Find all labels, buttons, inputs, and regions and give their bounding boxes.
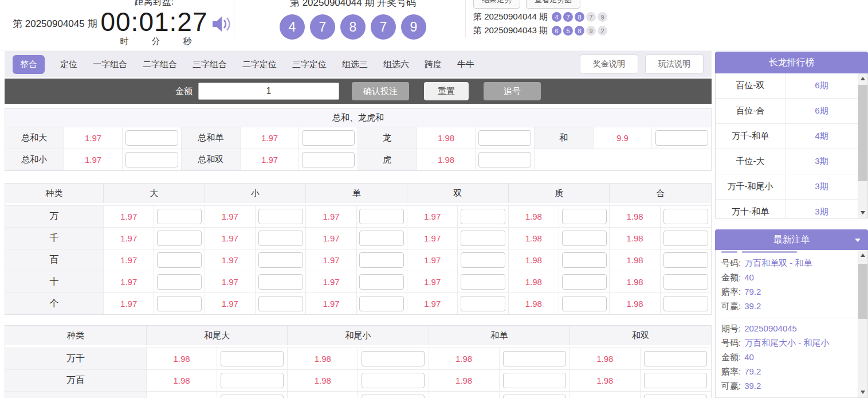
bet-input[interactable] <box>503 373 566 388</box>
bet-input[interactable] <box>663 274 708 290</box>
scrollbar-up-icon[interactable] <box>858 250 867 260</box>
bet-input[interactable] <box>461 209 505 224</box>
confirm-bet-button[interactable]: 确认投注 <box>352 82 409 100</box>
top-header: 第 20250904045 期 距离封盘: 00:01:27 时分秒 第 202… <box>0 0 868 50</box>
chevron-down-icon[interactable] <box>855 239 861 242</box>
odds-value: 1.97 <box>407 292 458 314</box>
bet-input-cell <box>256 205 306 227</box>
bet-toolbar: 金额 确认投注 重置 追号 <box>5 79 712 104</box>
odds-value: 1.97 <box>205 205 256 227</box>
bet-input[interactable] <box>157 274 202 290</box>
bet-input[interactable] <box>359 231 404 246</box>
dragon-rank-name: 万千-和尾小 <box>716 174 785 199</box>
tab-6[interactable]: 三字定位 <box>292 59 327 70</box>
bet-input[interactable] <box>644 373 707 388</box>
bet-input[interactable] <box>221 395 284 398</box>
bet-input[interactable] <box>655 130 708 146</box>
chase-number-button[interactable]: 追号 <box>484 82 541 100</box>
bet-input[interactable] <box>461 231 505 246</box>
bet-input[interactable] <box>362 395 425 398</box>
bet-input-cell <box>256 227 306 249</box>
bet-input[interactable] <box>125 130 178 146</box>
bet-input[interactable] <box>302 152 355 167</box>
bet-input[interactable] <box>644 351 707 366</box>
tab-9[interactable]: 跨度 <box>425 59 442 70</box>
bet-input[interactable] <box>461 296 505 311</box>
bet-input[interactable] <box>461 274 505 290</box>
dragon-rank-streak: 6期 <box>785 99 867 123</box>
tab-1[interactable]: 定位 <box>60 59 77 70</box>
bet-input[interactable] <box>258 296 303 311</box>
trend-button[interactable]: 结果走势 <box>473 0 520 9</box>
scrollbar-down-icon[interactable] <box>858 208 867 218</box>
column-header: 种类 <box>5 184 104 203</box>
order-field-value: 79.2 <box>744 287 761 296</box>
bet-input[interactable] <box>562 209 607 224</box>
bet-input[interactable] <box>503 351 566 366</box>
bet-input[interactable] <box>359 296 404 311</box>
bet-input-cell <box>500 369 570 391</box>
bet-input-cell <box>154 271 205 292</box>
bet-input[interactable] <box>478 130 531 146</box>
bet-input[interactable] <box>562 274 607 290</box>
draw-title: 第 20250904044 期 开奖号码 <box>241 0 465 9</box>
bet-input[interactable] <box>359 252 404 268</box>
bet-input[interactable] <box>359 274 404 290</box>
orders-scrollbar[interactable] <box>858 250 867 397</box>
bet-input[interactable] <box>157 252 202 268</box>
tab-3[interactable]: 二字组合 <box>143 59 177 70</box>
speaker-icon[interactable] <box>211 15 232 36</box>
bet-input[interactable] <box>503 395 566 398</box>
bet-input[interactable] <box>644 395 707 398</box>
bet-input[interactable] <box>157 296 202 311</box>
bet-input[interactable] <box>359 209 404 224</box>
bet-input[interactable] <box>663 296 708 311</box>
scrollbar-down-icon[interactable] <box>858 387 867 397</box>
tab-7[interactable]: 组选三 <box>342 59 368 70</box>
bet-input[interactable] <box>461 252 505 268</box>
order-field-row: 金额:40 <box>721 270 856 284</box>
tab-0[interactable]: 整合 <box>13 55 45 74</box>
tab-4[interactable]: 三字组合 <box>193 59 227 70</box>
help-button[interactable]: 奖金说明 <box>580 54 638 74</box>
bet-input[interactable] <box>258 274 303 290</box>
bet-input[interactable] <box>221 351 284 366</box>
bet-input[interactable] <box>663 231 708 246</box>
tab-5[interactable]: 二字定位 <box>242 59 277 70</box>
draw-balls: 47879 <box>241 14 465 40</box>
bet-input[interactable] <box>663 209 708 224</box>
bet-input[interactable] <box>478 152 531 167</box>
odds-value: 1.97 <box>205 271 256 292</box>
scrollbar-thumb[interactable] <box>858 264 867 319</box>
bet-input[interactable] <box>157 231 202 246</box>
order-entry: 期号:20250904045号码:万百和尾大小 - 和尾小金额:40赔率:79.… <box>721 318 856 397</box>
bet-input[interactable] <box>562 252 607 268</box>
bet-input[interactable] <box>562 231 607 246</box>
bet-input[interactable] <box>125 152 178 167</box>
scrollbar-up-icon[interactable] <box>858 73 867 84</box>
bet-input[interactable] <box>663 252 708 268</box>
tab-2[interactable]: 一字组合 <box>93 59 127 70</box>
dragon-scrollbar[interactable] <box>858 73 867 218</box>
tab-8[interactable]: 组选六 <box>383 59 409 70</box>
bet-input[interactable] <box>362 351 425 366</box>
bet-input-cell <box>500 391 570 398</box>
order-field-label: 可赢: <box>721 301 741 311</box>
bet-input[interactable] <box>221 373 284 388</box>
bet-input[interactable] <box>157 209 202 224</box>
odds-value: 1.98 <box>429 348 500 369</box>
bet-input[interactable] <box>302 130 355 146</box>
bet-input-cell <box>256 271 306 292</box>
trend-button[interactable]: 查看走势图 <box>526 0 580 9</box>
bet-input[interactable] <box>258 252 303 268</box>
bet-input[interactable] <box>562 296 607 311</box>
bet-input[interactable] <box>258 209 303 224</box>
tab-10[interactable]: 牛牛 <box>457 59 474 70</box>
amount-input[interactable] <box>198 83 339 100</box>
bet-input[interactable] <box>362 373 425 388</box>
scrollbar-thumb[interactable] <box>858 85 867 181</box>
help-button[interactable]: 玩法说明 <box>645 54 704 74</box>
bet-input-cell <box>458 292 508 314</box>
bet-input[interactable] <box>258 231 303 246</box>
reset-button[interactable]: 重置 <box>424 82 469 100</box>
